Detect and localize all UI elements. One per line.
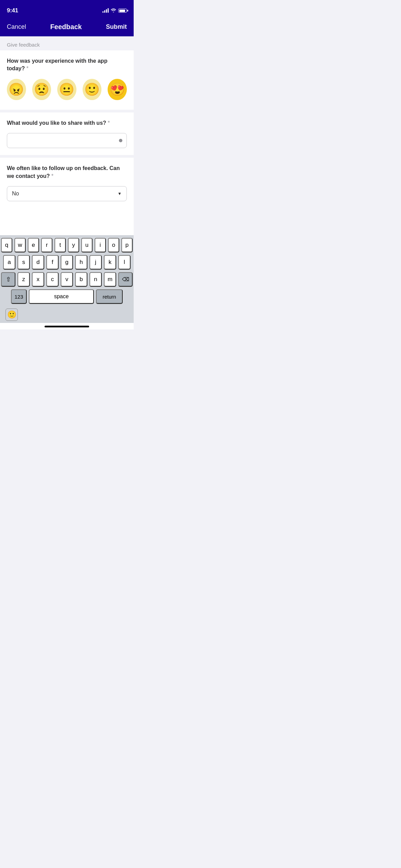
battery-icon bbox=[118, 9, 127, 13]
contact-dropdown[interactable]: No ▼ bbox=[7, 186, 127, 201]
keyboard-row-2: a s d f g h j k l bbox=[1, 255, 133, 269]
numbers-key[interactable]: 123 bbox=[11, 289, 27, 304]
key-g[interactable]: g bbox=[61, 255, 73, 269]
key-e[interactable]: e bbox=[28, 238, 39, 252]
status-bar: 9:41 bbox=[0, 0, 134, 17]
key-n[interactable]: n bbox=[89, 272, 102, 287]
emoji-happy[interactable]: 🙂 bbox=[83, 79, 102, 100]
key-a[interactable]: a bbox=[3, 255, 15, 269]
dropdown-selected-value: No bbox=[12, 191, 19, 197]
return-key[interactable]: return bbox=[96, 289, 123, 304]
divider-1 bbox=[0, 110, 134, 112]
key-w[interactable]: w bbox=[14, 238, 26, 252]
keyboard-bottom-row: 123 space return bbox=[1, 289, 133, 304]
key-r[interactable]: r bbox=[41, 238, 52, 252]
key-c[interactable]: c bbox=[46, 272, 59, 287]
key-q[interactable]: q bbox=[1, 238, 12, 252]
key-k[interactable]: k bbox=[104, 255, 116, 269]
space-key[interactable]: space bbox=[29, 289, 94, 304]
key-h[interactable]: h bbox=[75, 255, 87, 269]
keyboard-accessory-bar: 🙂 bbox=[0, 306, 134, 323]
key-u[interactable]: u bbox=[81, 238, 93, 252]
key-v[interactable]: v bbox=[61, 272, 73, 287]
shift-key[interactable]: ⇧ bbox=[1, 272, 15, 287]
contact-section: We often like to follow up on feedback. … bbox=[0, 158, 134, 208]
delete-key[interactable]: ⌫ bbox=[118, 272, 133, 287]
share-section: What would you like to share with us? * bbox=[0, 112, 134, 155]
key-s[interactable]: s bbox=[17, 255, 30, 269]
emoji-love[interactable]: 😍 bbox=[108, 79, 127, 100]
key-o[interactable]: o bbox=[108, 238, 119, 252]
divider-2 bbox=[0, 155, 134, 158]
emoji-keyboard-button[interactable]: 🙂 bbox=[5, 309, 18, 321]
key-i[interactable]: i bbox=[95, 238, 106, 252]
keyboard-row-1: q w e r t y u i o p bbox=[1, 238, 133, 252]
text-cursor bbox=[119, 139, 122, 142]
key-d[interactable]: d bbox=[32, 255, 44, 269]
section-header: Give feedback bbox=[0, 36, 134, 50]
form-content: Give feedback How was your experience wi… bbox=[0, 36, 134, 235]
experience-section: How was your experience with the app tod… bbox=[0, 50, 134, 110]
keyboard-row-3: ⇧ z x c v b n m ⌫ bbox=[1, 272, 133, 287]
submit-button[interactable]: Submit bbox=[106, 23, 127, 31]
key-j[interactable]: j bbox=[89, 255, 102, 269]
nav-bar: Cancel Feedback Submit bbox=[0, 17, 134, 36]
chevron-down-icon: ▼ bbox=[118, 191, 122, 196]
contact-question-label: We often like to follow up on feedback. … bbox=[7, 165, 127, 180]
experience-question-label: How was your experience with the app tod… bbox=[7, 57, 127, 73]
feedback-text-input[interactable] bbox=[7, 133, 127, 148]
home-indicator-bar bbox=[45, 326, 89, 327]
wifi-icon bbox=[111, 8, 116, 13]
emoji-angry[interactable]: 😠 bbox=[7, 79, 26, 100]
key-x[interactable]: x bbox=[32, 272, 44, 287]
key-p[interactable]: p bbox=[121, 238, 133, 252]
key-l[interactable]: l bbox=[118, 255, 131, 269]
signal-icon bbox=[102, 9, 109, 13]
emoji-sad[interactable]: 😟 bbox=[32, 79, 51, 100]
key-z[interactable]: z bbox=[17, 272, 30, 287]
key-t[interactable]: t bbox=[54, 238, 66, 252]
keyboard: q w e r t y u i o p a s d f g h j k l ⇧ … bbox=[0, 235, 134, 306]
share-question-label: What would you like to share with us? * bbox=[7, 119, 127, 127]
emoji-rating-row: 😠 😟 😐 🙂 😍 bbox=[7, 79, 127, 100]
nav-title: Feedback bbox=[50, 23, 82, 31]
key-y[interactable]: y bbox=[68, 238, 79, 252]
key-f[interactable]: f bbox=[46, 255, 59, 269]
status-icons bbox=[102, 8, 127, 13]
home-indicator-area bbox=[0, 323, 134, 329]
emoji-neutral[interactable]: 😐 bbox=[57, 79, 76, 100]
status-time: 9:41 bbox=[7, 7, 18, 14]
cancel-button[interactable]: Cancel bbox=[7, 23, 26, 31]
key-b[interactable]: b bbox=[75, 272, 87, 287]
key-m[interactable]: m bbox=[104, 272, 116, 287]
